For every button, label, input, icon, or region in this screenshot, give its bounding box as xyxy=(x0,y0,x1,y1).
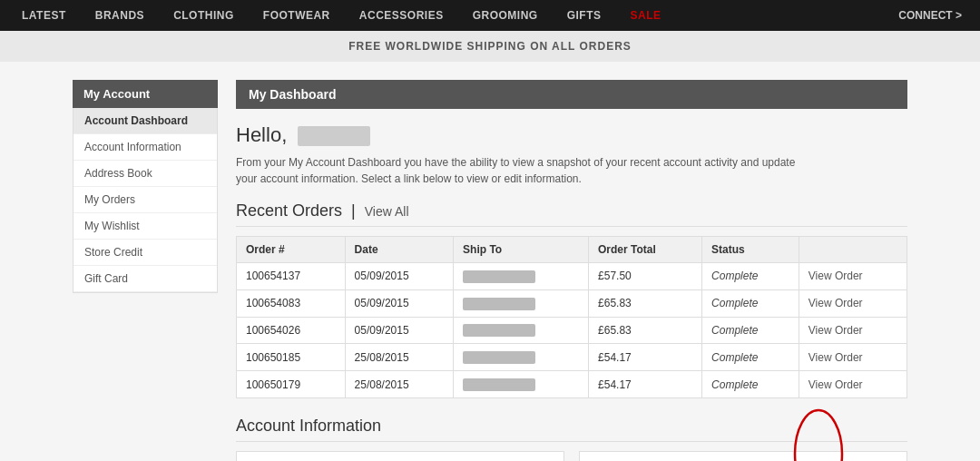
account-info-section: Account Information Contact Information … xyxy=(236,417,907,461)
sidebar-item-gift-card[interactable]: Gift Card xyxy=(74,266,217,292)
sidebar-item-my-orders[interactable]: My Orders xyxy=(74,187,217,213)
dashboard-header: My Dashboard xyxy=(236,80,907,109)
nav-footwear[interactable]: FOOTWEAR xyxy=(260,9,334,22)
col-order-number: Order # xyxy=(237,237,346,263)
recent-orders-label: Recent Orders xyxy=(236,201,342,220)
nav-latest[interactable]: LATEST xyxy=(18,9,70,22)
user-name xyxy=(298,126,370,146)
order-date: 25/08/2015 xyxy=(345,371,454,398)
order-date: 25/08/2015 xyxy=(345,344,454,371)
sidebar-item-account-information[interactable]: Account Information xyxy=(74,134,217,161)
order-number: 100650179 xyxy=(237,371,346,398)
order-total: £57.50 xyxy=(589,263,702,290)
col-status: Status xyxy=(702,237,799,263)
nav-brands[interactable]: BRANDS xyxy=(92,9,148,22)
ship-to xyxy=(454,289,589,317)
sidebar-item-account-dashboard[interactable]: Account Dashboard xyxy=(74,108,217,134)
ship-to-blurred xyxy=(463,351,535,364)
ship-to xyxy=(454,344,589,371)
order-total: £65.83 xyxy=(589,289,702,317)
col-order-total: Order Total xyxy=(589,237,702,263)
nav-gifts[interactable]: GIFTS xyxy=(564,9,605,22)
view-order-link[interactable]: View Order xyxy=(799,371,906,398)
table-row: 100650185 25/08/2015 £54.17 Complete Vie… xyxy=(237,344,907,371)
order-number: 100654137 xyxy=(237,263,346,290)
order-total: £54.17 xyxy=(589,344,702,371)
sidebar-item-address-book[interactable]: Address Book xyxy=(74,161,217,187)
col-action xyxy=(799,237,906,263)
view-order-link[interactable]: View Order xyxy=(799,263,906,290)
view-order-link[interactable]: View Order xyxy=(799,289,906,317)
table-row: 100654083 05/09/2015 £65.83 Complete Vie… xyxy=(237,289,907,317)
sidebar-nav: Account Dashboard Account Information Ad… xyxy=(73,108,218,293)
view-all-link[interactable]: View All xyxy=(365,204,409,219)
order-date: 05/09/2015 xyxy=(345,263,454,290)
sidebar: My Account Account Dashboard Account Inf… xyxy=(73,80,218,461)
main-container: My Account Account Dashboard Account Inf… xyxy=(64,80,916,461)
nav-clothing[interactable]: CLOTHING xyxy=(170,9,238,22)
sidebar-item-store-credit[interactable]: Store Credit xyxy=(74,240,217,266)
order-status: Complete xyxy=(702,289,799,317)
content-area: My Dashboard Hello, From your My Account… xyxy=(236,80,907,461)
ship-to xyxy=(454,263,589,290)
hello-section: Hello, From your My Account Dashboard yo… xyxy=(236,123,907,187)
order-number: 100650185 xyxy=(237,344,346,371)
hello-description: From your My Account Dashboard you have … xyxy=(236,154,799,187)
nav-sale[interactable]: SALE xyxy=(627,9,665,22)
ship-to-blurred xyxy=(463,324,535,337)
top-nav: LATEST BRANDS CLOTHING FOOTWEAR ACCESSOR… xyxy=(0,0,980,31)
orders-table-wrapper: Order # Date Ship To Order Total Status … xyxy=(236,236,907,398)
nav-connect[interactable]: CONNECT > xyxy=(898,9,962,22)
order-status: Complete xyxy=(702,317,799,344)
table-row: 100650179 25/08/2015 £54.17 Complete Vie… xyxy=(237,371,907,398)
order-number: 100654026 xyxy=(237,317,346,344)
ship-to xyxy=(454,317,589,344)
order-status: Complete xyxy=(702,371,799,398)
hello-label: Hello, xyxy=(236,123,287,146)
nav-accessories[interactable]: ACCESSORIES xyxy=(356,9,447,22)
view-order-link[interactable]: View Order xyxy=(799,317,906,344)
hello-title: Hello, xyxy=(236,123,907,147)
ship-to xyxy=(454,371,589,398)
table-row: 100654026 05/09/2015 £65.83 Complete Vie… xyxy=(237,317,907,344)
order-date: 05/09/2015 xyxy=(345,289,454,317)
ship-to-blurred xyxy=(463,378,535,391)
sidebar-header: My Account xyxy=(73,80,218,108)
orders-table: Order # Date Ship To Order Total Status … xyxy=(236,236,907,398)
account-info-title: Account Information xyxy=(236,417,907,442)
order-status: Complete xyxy=(702,263,799,290)
shipping-banner: FREE WORLDWIDE SHIPPING ON ALL ORDERS xyxy=(0,31,980,62)
order-number: 100654083 xyxy=(237,289,346,317)
view-order-link[interactable]: View Order xyxy=(799,344,906,371)
col-ship-to: Ship To xyxy=(454,237,589,263)
sidebar-item-my-wishlist[interactable]: My Wishlist xyxy=(74,213,217,240)
order-total: £54.17 xyxy=(589,371,702,398)
contact-info-box: Contact Information | Edit I V,# 5re the… xyxy=(236,451,564,461)
recent-orders-title: Recent Orders | View All xyxy=(236,201,907,227)
nav-grooming[interactable]: GROOMING xyxy=(469,9,542,22)
ship-to-blurred xyxy=(463,270,535,283)
table-row: 100654137 05/09/2015 £57.50 Complete Vie… xyxy=(237,263,907,290)
col-date: Date xyxy=(345,237,454,263)
order-date: 05/09/2015 xyxy=(345,317,454,344)
order-status: Complete xyxy=(702,344,799,371)
newsletters-box: Newsletters | Edit You are currently not… xyxy=(579,451,907,461)
account-info-grid: Contact Information | Edit I V,# 5re the… xyxy=(236,451,907,461)
order-total: £65.83 xyxy=(589,317,702,344)
ship-to-blurred xyxy=(463,298,535,310)
nav-links: LATEST BRANDS CLOTHING FOOTWEAR ACCESSOR… xyxy=(18,9,665,22)
